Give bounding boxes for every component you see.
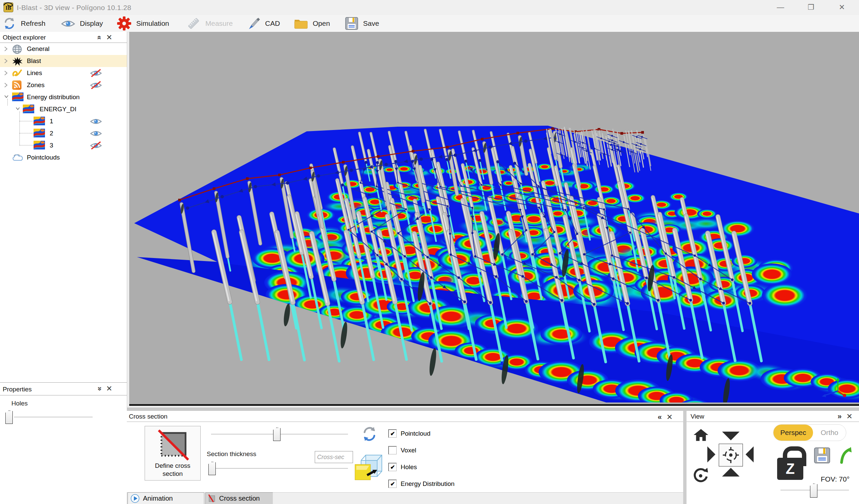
collapse-panel-icon[interactable]: «	[95, 387, 104, 391]
tree-item-3[interactable]: 3	[0, 139, 127, 152]
holes-group-label: Holes	[11, 400, 28, 407]
section-thickness-label: Section thickness	[207, 451, 256, 458]
pan-left-icon[interactable]	[745, 446, 754, 462]
tab-animation-label: Animation	[143, 494, 173, 502]
tree-item-general[interactable]: General	[0, 43, 127, 55]
tree-chevron-icon[interactable]	[4, 46, 8, 52]
tree-item-1[interactable]: 1	[0, 115, 127, 127]
cross-section-title: Cross section	[129, 413, 167, 420]
save-view-icon[interactable]	[813, 447, 831, 464]
eye-hidden-icon[interactable]	[90, 80, 103, 90]
object-explorer-title: Object explorer	[3, 34, 46, 41]
title-bar: IB I-Blast - 3D view - Polígono 10.1.28 …	[0, 0, 859, 15]
collapse-panel-icon[interactable]: «	[95, 35, 104, 40]
rotate-icon[interactable]	[692, 467, 709, 484]
heatmap-icon	[23, 105, 34, 113]
perspective-button[interactable]: Perspec	[773, 425, 813, 441]
collapse-panel-icon[interactable]: «	[658, 413, 662, 422]
toolbar-label-refresh: Refresh	[21, 19, 46, 28]
pan-down-icon[interactable]	[722, 431, 740, 440]
tab-animation[interactable]: Animation	[127, 492, 204, 504]
minimize-button[interactable]: —	[773, 2, 788, 13]
eye-hidden-icon[interactable]	[90, 141, 103, 150]
checkbox-holes[interactable]: ✔Holes	[388, 463, 417, 471]
eye-hidden-icon[interactable]	[90, 68, 103, 78]
window-title: I-Blast - 3D view - Polígono 10.1.28	[17, 4, 131, 12]
holes-slider-track[interactable]	[14, 417, 93, 417]
expand-panel-icon[interactable]: »	[838, 412, 842, 421]
checkbox-voxel[interactable]: Voxel	[388, 446, 416, 454]
tab-cross-section[interactable]: Cross section	[205, 492, 273, 504]
eye-icon	[61, 18, 75, 29]
open-button[interactable]: Open	[294, 15, 330, 32]
simulation-button[interactable]: Simulation	[117, 15, 169, 32]
tree-item-label: Lines	[27, 69, 42, 77]
section-position-slider-handle[interactable]	[273, 428, 281, 441]
cross-section-name-input[interactable]	[315, 451, 353, 463]
export-view-icon[interactable]	[838, 446, 852, 464]
pan-right-icon[interactable]	[707, 446, 715, 462]
tree-chevron-icon[interactable]	[4, 95, 9, 98]
gear-icon	[117, 16, 132, 31]
checkbox-label: Holes	[401, 463, 417, 471]
checkbox-label: Pointcloud	[401, 430, 431, 437]
globe-icon	[12, 44, 22, 54]
restore-button[interactable]: ❐	[803, 2, 819, 13]
checkbox-label: Energy Distribution	[401, 480, 455, 488]
toolbar-label-display: Display	[80, 19, 103, 28]
lines-icon	[12, 68, 22, 78]
fov-slider-handle[interactable]	[810, 484, 817, 498]
checkbox-box[interactable]: ✔	[388, 429, 397, 438]
heatmap-icon	[12, 93, 24, 101]
checkbox-pointcloud[interactable]: ✔Pointcloud	[388, 429, 431, 438]
display-button[interactable]: Display	[61, 15, 103, 32]
checkbox-energy-distribution[interactable]: ✔Energy Distribution	[388, 479, 455, 488]
checkbox-box[interactable]	[388, 446, 397, 454]
zones-icon	[12, 80, 21, 90]
tree-chevron-icon[interactable]	[4, 58, 8, 64]
close-panel-icon[interactable]: ✕	[106, 33, 112, 42]
tree-chevron-icon[interactable]	[4, 70, 8, 76]
close-button[interactable]: ✕	[834, 2, 849, 13]
tree-item-2[interactable]: 2	[0, 127, 127, 139]
tree-item-label: Pointclouds	[27, 154, 60, 161]
extract-cube-icon[interactable]	[354, 453, 384, 483]
tree-item-zones[interactable]: Zones	[0, 79, 127, 91]
eye-visible-icon[interactable]	[90, 129, 103, 138]
close-panel-icon[interactable]: ✕	[846, 412, 852, 421]
tree-item-lines[interactable]: Lines	[0, 67, 127, 79]
checkbox-label: Voxel	[401, 447, 416, 454]
save-button[interactable]: Save	[345, 15, 379, 32]
eye-visible-icon[interactable]	[90, 116, 103, 126]
tree-item-blast[interactable]: Blast	[0, 55, 127, 67]
tree-item-label: 2	[50, 130, 54, 137]
target-icon[interactable]	[719, 444, 743, 467]
holes-slider-handle[interactable]	[5, 410, 13, 424]
define-cross-section-button[interactable]: Define cross section	[145, 426, 201, 481]
section-thickness-slider-handle[interactable]	[208, 462, 216, 475]
define-button-label: Define cross section	[151, 462, 195, 478]
tree-chevron-icon[interactable]	[15, 107, 20, 111]
3d-viewport[interactable]	[129, 32, 859, 406]
tree-item-label: 3	[50, 142, 54, 149]
blast-icon	[12, 56, 23, 66]
tree-chevron-icon[interactable]	[4, 82, 8, 88]
close-panel-icon[interactable]: ✕	[666, 413, 673, 422]
toolbar-label-simulation: Simulation	[136, 19, 169, 28]
close-panel-icon[interactable]: ✕	[106, 384, 112, 393]
measure-button: Measure	[186, 15, 233, 32]
refresh-section-icon[interactable]	[361, 426, 378, 442]
refresh-button[interactable]: Refresh	[3, 15, 46, 32]
tree-item-energy-distribution[interactable]: Energy distribution	[0, 91, 127, 103]
cad-button[interactable]: CAD	[247, 15, 280, 32]
tab-cross-section-label: Cross section	[219, 494, 260, 502]
tree-item-energy-di[interactable]: ENERGY_DI	[0, 103, 127, 115]
pan-up-icon[interactable]	[722, 468, 740, 476]
checkbox-box[interactable]: ✔	[388, 463, 397, 471]
checkbox-box[interactable]: ✔	[388, 479, 397, 488]
lock-z-icon[interactable]: Z	[777, 446, 803, 481]
ortho-button[interactable]: Ortho	[813, 425, 846, 441]
tree-item-pointclouds[interactable]: Pointclouds	[0, 152, 127, 163]
section-thickness-slider-track[interactable]	[211, 468, 348, 469]
home-icon[interactable]	[693, 428, 709, 442]
